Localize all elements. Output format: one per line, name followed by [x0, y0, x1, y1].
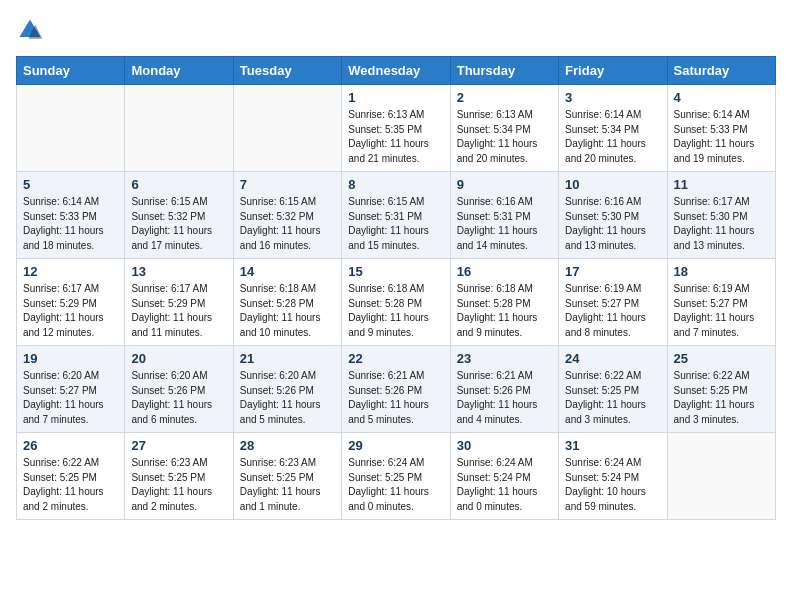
day-info: Sunrise: 6:24 AMSunset: 5:24 PMDaylight:…: [457, 456, 552, 514]
day-number: 15: [348, 264, 443, 279]
day-info: Sunrise: 6:13 AMSunset: 5:34 PMDaylight:…: [457, 108, 552, 166]
day-info: Sunrise: 6:16 AMSunset: 5:31 PMDaylight:…: [457, 195, 552, 253]
day-cell: 15Sunrise: 6:18 AMSunset: 5:28 PMDayligh…: [342, 259, 450, 346]
logo-icon: [16, 16, 44, 44]
day-info: Sunrise: 6:22 AMSunset: 5:25 PMDaylight:…: [674, 369, 769, 427]
day-cell: 2Sunrise: 6:13 AMSunset: 5:34 PMDaylight…: [450, 85, 558, 172]
week-row-4: 19Sunrise: 6:20 AMSunset: 5:27 PMDayligh…: [17, 346, 776, 433]
day-cell: [125, 85, 233, 172]
day-number: 20: [131, 351, 226, 366]
day-info: Sunrise: 6:15 AMSunset: 5:32 PMDaylight:…: [131, 195, 226, 253]
day-number: 21: [240, 351, 335, 366]
day-number: 14: [240, 264, 335, 279]
day-cell: 29Sunrise: 6:24 AMSunset: 5:25 PMDayligh…: [342, 433, 450, 520]
day-info: Sunrise: 6:15 AMSunset: 5:32 PMDaylight:…: [240, 195, 335, 253]
day-info: Sunrise: 6:24 AMSunset: 5:24 PMDaylight:…: [565, 456, 660, 514]
weekday-header-friday: Friday: [559, 57, 667, 85]
day-info: Sunrise: 6:18 AMSunset: 5:28 PMDaylight:…: [457, 282, 552, 340]
day-number: 25: [674, 351, 769, 366]
day-number: 29: [348, 438, 443, 453]
day-number: 26: [23, 438, 118, 453]
weekday-header-row: SundayMondayTuesdayWednesdayThursdayFrid…: [17, 57, 776, 85]
day-number: 5: [23, 177, 118, 192]
weekday-header-saturday: Saturday: [667, 57, 775, 85]
day-number: 24: [565, 351, 660, 366]
day-cell: [17, 85, 125, 172]
day-cell: 24Sunrise: 6:22 AMSunset: 5:25 PMDayligh…: [559, 346, 667, 433]
day-info: Sunrise: 6:22 AMSunset: 5:25 PMDaylight:…: [565, 369, 660, 427]
day-cell: 8Sunrise: 6:15 AMSunset: 5:31 PMDaylight…: [342, 172, 450, 259]
day-number: 3: [565, 90, 660, 105]
day-number: 8: [348, 177, 443, 192]
day-cell: 9Sunrise: 6:16 AMSunset: 5:31 PMDaylight…: [450, 172, 558, 259]
weekday-header-sunday: Sunday: [17, 57, 125, 85]
day-info: Sunrise: 6:14 AMSunset: 5:34 PMDaylight:…: [565, 108, 660, 166]
day-cell: 4Sunrise: 6:14 AMSunset: 5:33 PMDaylight…: [667, 85, 775, 172]
day-cell: 13Sunrise: 6:17 AMSunset: 5:29 PMDayligh…: [125, 259, 233, 346]
day-info: Sunrise: 6:15 AMSunset: 5:31 PMDaylight:…: [348, 195, 443, 253]
day-number: 9: [457, 177, 552, 192]
day-number: 27: [131, 438, 226, 453]
day-cell: 16Sunrise: 6:18 AMSunset: 5:28 PMDayligh…: [450, 259, 558, 346]
day-info: Sunrise: 6:23 AMSunset: 5:25 PMDaylight:…: [240, 456, 335, 514]
day-number: 28: [240, 438, 335, 453]
day-info: Sunrise: 6:19 AMSunset: 5:27 PMDaylight:…: [674, 282, 769, 340]
day-cell: 25Sunrise: 6:22 AMSunset: 5:25 PMDayligh…: [667, 346, 775, 433]
day-info: Sunrise: 6:21 AMSunset: 5:26 PMDaylight:…: [348, 369, 443, 427]
day-number: 1: [348, 90, 443, 105]
day-cell: 23Sunrise: 6:21 AMSunset: 5:26 PMDayligh…: [450, 346, 558, 433]
week-row-2: 5Sunrise: 6:14 AMSunset: 5:33 PMDaylight…: [17, 172, 776, 259]
day-cell: 11Sunrise: 6:17 AMSunset: 5:30 PMDayligh…: [667, 172, 775, 259]
day-cell: 30Sunrise: 6:24 AMSunset: 5:24 PMDayligh…: [450, 433, 558, 520]
day-info: Sunrise: 6:20 AMSunset: 5:26 PMDaylight:…: [131, 369, 226, 427]
day-cell: 28Sunrise: 6:23 AMSunset: 5:25 PMDayligh…: [233, 433, 341, 520]
day-info: Sunrise: 6:16 AMSunset: 5:30 PMDaylight:…: [565, 195, 660, 253]
day-cell: 14Sunrise: 6:18 AMSunset: 5:28 PMDayligh…: [233, 259, 341, 346]
logo: [16, 16, 48, 44]
day-number: 11: [674, 177, 769, 192]
day-cell: 7Sunrise: 6:15 AMSunset: 5:32 PMDaylight…: [233, 172, 341, 259]
day-info: Sunrise: 6:22 AMSunset: 5:25 PMDaylight:…: [23, 456, 118, 514]
day-info: Sunrise: 6:20 AMSunset: 5:27 PMDaylight:…: [23, 369, 118, 427]
day-info: Sunrise: 6:14 AMSunset: 5:33 PMDaylight:…: [674, 108, 769, 166]
day-number: 17: [565, 264, 660, 279]
day-cell: 5Sunrise: 6:14 AMSunset: 5:33 PMDaylight…: [17, 172, 125, 259]
day-info: Sunrise: 6:18 AMSunset: 5:28 PMDaylight:…: [348, 282, 443, 340]
day-number: 30: [457, 438, 552, 453]
week-row-3: 12Sunrise: 6:17 AMSunset: 5:29 PMDayligh…: [17, 259, 776, 346]
day-number: 12: [23, 264, 118, 279]
day-info: Sunrise: 6:17 AMSunset: 5:30 PMDaylight:…: [674, 195, 769, 253]
day-info: Sunrise: 6:17 AMSunset: 5:29 PMDaylight:…: [23, 282, 118, 340]
day-number: 18: [674, 264, 769, 279]
day-cell: 21Sunrise: 6:20 AMSunset: 5:26 PMDayligh…: [233, 346, 341, 433]
day-number: 19: [23, 351, 118, 366]
day-cell: 17Sunrise: 6:19 AMSunset: 5:27 PMDayligh…: [559, 259, 667, 346]
day-info: Sunrise: 6:17 AMSunset: 5:29 PMDaylight:…: [131, 282, 226, 340]
day-cell: 3Sunrise: 6:14 AMSunset: 5:34 PMDaylight…: [559, 85, 667, 172]
week-row-5: 26Sunrise: 6:22 AMSunset: 5:25 PMDayligh…: [17, 433, 776, 520]
day-number: 7: [240, 177, 335, 192]
day-info: Sunrise: 6:24 AMSunset: 5:25 PMDaylight:…: [348, 456, 443, 514]
calendar-table: SundayMondayTuesdayWednesdayThursdayFrid…: [16, 56, 776, 520]
day-info: Sunrise: 6:21 AMSunset: 5:26 PMDaylight:…: [457, 369, 552, 427]
day-number: 22: [348, 351, 443, 366]
day-cell: 22Sunrise: 6:21 AMSunset: 5:26 PMDayligh…: [342, 346, 450, 433]
weekday-header-tuesday: Tuesday: [233, 57, 341, 85]
page-header: [16, 16, 776, 44]
day-number: 23: [457, 351, 552, 366]
day-info: Sunrise: 6:20 AMSunset: 5:26 PMDaylight:…: [240, 369, 335, 427]
day-cell: 10Sunrise: 6:16 AMSunset: 5:30 PMDayligh…: [559, 172, 667, 259]
day-cell: [233, 85, 341, 172]
day-cell: 19Sunrise: 6:20 AMSunset: 5:27 PMDayligh…: [17, 346, 125, 433]
day-cell: 6Sunrise: 6:15 AMSunset: 5:32 PMDaylight…: [125, 172, 233, 259]
day-cell: 1Sunrise: 6:13 AMSunset: 5:35 PMDaylight…: [342, 85, 450, 172]
day-number: 2: [457, 90, 552, 105]
day-info: Sunrise: 6:19 AMSunset: 5:27 PMDaylight:…: [565, 282, 660, 340]
day-info: Sunrise: 6:23 AMSunset: 5:25 PMDaylight:…: [131, 456, 226, 514]
day-cell: 18Sunrise: 6:19 AMSunset: 5:27 PMDayligh…: [667, 259, 775, 346]
day-info: Sunrise: 6:18 AMSunset: 5:28 PMDaylight:…: [240, 282, 335, 340]
day-cell: [667, 433, 775, 520]
day-number: 31: [565, 438, 660, 453]
day-info: Sunrise: 6:13 AMSunset: 5:35 PMDaylight:…: [348, 108, 443, 166]
weekday-header-wednesday: Wednesday: [342, 57, 450, 85]
